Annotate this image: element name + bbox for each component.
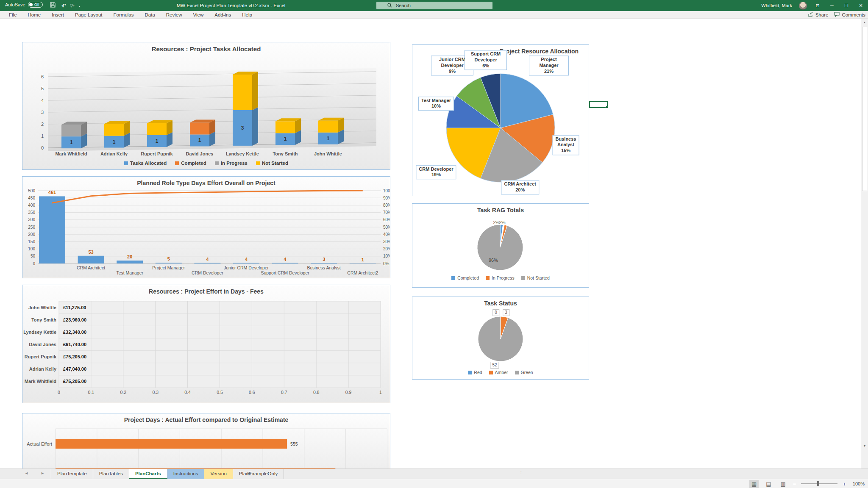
ribbon-tab-insert[interactable]: Insert	[46, 11, 70, 19]
pie-label-business-analyst: Business Analyst15%	[553, 135, 579, 155]
chart-legend: Tasks AllocatedCompletedIn ProgressNot S…	[22, 161, 390, 166]
sheet-tab-plancharts[interactable]: PlanCharts	[129, 469, 167, 479]
svg-text:0: 0	[33, 261, 35, 266]
ribbon-tab-home[interactable]: Home	[22, 11, 47, 19]
scroll-up-icon[interactable]: ▲	[861, 21, 868, 24]
svg-text:Rupert Pupnik: Rupert Pupnik	[141, 151, 173, 156]
svg-text:Lyndsey Kettle: Lyndsey Kettle	[226, 151, 259, 156]
ribbon-tab-data[interactable]: Data	[139, 11, 161, 19]
close-button[interactable]: ✕	[857, 3, 865, 8]
restore-button[interactable]: ❐	[843, 3, 850, 8]
status-bar: ▦ ▤ ▥ − + 100%	[0, 479, 868, 488]
svg-text:40%: 40%	[383, 232, 390, 237]
legend-swatch	[256, 161, 260, 165]
legend-item: Completed	[451, 275, 479, 280]
view-page-layout-icon[interactable]: ▤	[764, 480, 773, 488]
svg-text:David Jones: David Jones	[186, 151, 214, 156]
svg-text:0.7: 0.7	[281, 390, 287, 395]
ribbon-tab-view[interactable]: View	[188, 11, 209, 19]
legend-item: Not Started	[521, 275, 550, 280]
svg-text:500: 500	[28, 189, 35, 193]
svg-text:4: 4	[206, 257, 209, 262]
ribbon-tab-formulas[interactable]: Formulas	[108, 11, 139, 19]
view-page-break-icon[interactable]: ▥	[779, 480, 788, 488]
svg-text:Mark Whitfield: Mark Whitfield	[25, 379, 56, 384]
ribbon-tabs: FileHomeInsertPage LayoutFormulasDataRev…	[3, 11, 258, 19]
add-sheet-button[interactable]: ⊕	[247, 470, 251, 477]
svg-text:Tony Smith: Tony Smith	[31, 317, 56, 322]
minimize-button[interactable]: ─	[828, 3, 836, 8]
search-box[interactable]: Search	[376, 2, 492, 9]
legend-swatch	[521, 276, 525, 280]
svg-text:400: 400	[28, 203, 35, 208]
svg-text:Rupert Pupnik: Rupert Pupnik	[25, 354, 57, 359]
autosave-pill[interactable]: Off	[28, 2, 43, 8]
svg-text:60%: 60%	[383, 217, 390, 222]
svg-text:100%: 100%	[383, 189, 390, 193]
svg-text:4: 4	[41, 98, 44, 103]
svg-text:Mark Whitfield: Mark Whitfield	[55, 151, 87, 156]
svg-text:0: 0	[58, 390, 60, 395]
chart-tasks-allocated: Resources : Project Tasks Allocated 0123…	[22, 42, 390, 170]
zoom-out-button[interactable]: −	[793, 481, 796, 487]
user-name[interactable]: Whitfield, Mark	[761, 3, 792, 8]
vertical-scroll-thumb[interactable]	[862, 27, 867, 191]
svg-text:CRM Developer: CRM Developer	[192, 270, 223, 275]
legend-item: In Progress	[215, 161, 248, 166]
svg-text:1: 1	[70, 139, 73, 145]
ribbon-tab-help[interactable]: Help	[236, 11, 258, 19]
svg-text:Project Manager: Project Manager	[152, 265, 185, 270]
comments-button[interactable]: Comments	[834, 12, 865, 18]
zoom-slider-thumb[interactable]	[817, 481, 819, 486]
svg-text:5: 5	[167, 256, 170, 261]
redo-button[interactable]: ↷▾	[70, 3, 72, 9]
ribbon-tab-file[interactable]: File	[3, 11, 22, 19]
pie-label-crm-architect: CRM Architect20%	[501, 180, 539, 194]
legend-item: Green	[515, 370, 533, 375]
save-icon[interactable]	[50, 2, 56, 9]
svg-text:1: 1	[327, 136, 330, 141]
sheet-tab-plantables[interactable]: PlanTables	[93, 469, 129, 479]
ribbon-display-options-button[interactable]: ⊡	[814, 3, 821, 8]
zoom-level[interactable]: 100%	[851, 481, 865, 486]
worksheet[interactable]: Resources : Project Tasks Allocated 0123…	[0, 19, 861, 469]
ribbon-tab-review[interactable]: Review	[161, 11, 188, 19]
svg-text:4: 4	[245, 257, 248, 262]
zoom-slider[interactable]	[801, 483, 837, 484]
scroll-down-icon[interactable]: ▼	[861, 444, 868, 447]
svg-text:1: 1	[198, 137, 201, 143]
active-cell[interactable]	[589, 101, 608, 108]
svg-text:6: 6	[41, 74, 44, 79]
chart-resource-allocation: Project Resource Allocation Project Mana…	[412, 44, 589, 196]
sheet-tab-planexampleonly[interactable]: PlanExampleOnly	[233, 469, 284, 479]
sheet-tab-version[interactable]: Version	[204, 469, 233, 479]
sheet-nav-right-icon[interactable]: ►	[41, 471, 45, 475]
tab-scrollbar-splitter[interactable]: ⁞	[520, 471, 521, 475]
svg-text:John Whittle: John Whittle	[314, 151, 342, 156]
pie-label-project-manager: Project Manager21%	[529, 55, 569, 75]
svg-text:200: 200	[28, 232, 35, 237]
sheet-tab-plantemplate[interactable]: PlanTemplate	[51, 469, 93, 479]
sheet-tab-instructions[interactable]: Instructions	[167, 469, 205, 479]
vertical-scrollbar[interactable]: ▲ ▼	[861, 19, 868, 469]
sheet-nav-left-icon[interactable]: ◄	[25, 471, 28, 475]
ribbon-tab-add-ins[interactable]: Add-ins	[209, 11, 236, 19]
view-normal-icon[interactable]: ▦	[749, 480, 759, 488]
svg-text:Junior CRM Developer: Junior CRM Developer	[224, 265, 269, 270]
status-label-green: 52	[490, 362, 499, 369]
undo-button[interactable]: ↶▾	[61, 3, 64, 9]
search-placeholder: Search	[396, 3, 411, 8]
svg-text:Tony Smith: Tony Smith	[273, 151, 298, 156]
autosave-toggle[interactable]: AutoSave Off	[5, 2, 43, 8]
svg-text:CRM Architect: CRM Architect	[77, 265, 105, 270]
ribbon-tab-page-layout[interactable]: Page Layout	[70, 11, 108, 19]
svg-text:£75,205.00: £75,205.00	[63, 354, 86, 359]
sheet-tab-strip: ◄ ► PlanTemplatePlanTablesPlanChartsInst…	[0, 469, 868, 479]
avatar[interactable]	[799, 2, 807, 10]
customize-qat-button[interactable]: ⌄	[78, 3, 81, 8]
title-bar: AutoSave Off ↶▾ ↷▾ ⌄ MW Excel Project Pl…	[0, 0, 868, 11]
svg-text:3: 3	[323, 257, 325, 262]
svg-text:50%: 50%	[383, 225, 390, 230]
zoom-in-button[interactable]: +	[843, 481, 846, 487]
share-button[interactable]: Share	[808, 12, 829, 18]
